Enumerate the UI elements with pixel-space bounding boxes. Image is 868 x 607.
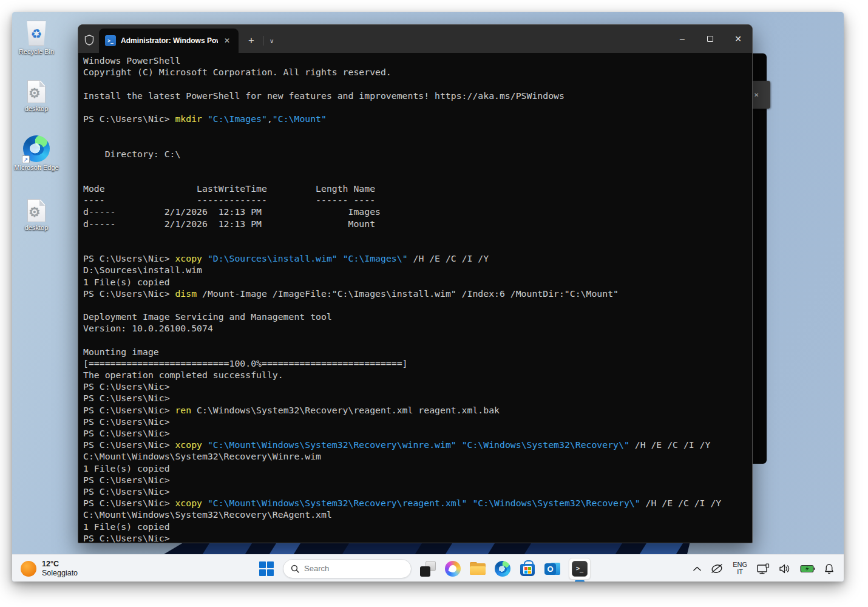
terminal-line: PS C:\Users\Nic> ren C:\Windows\System32… [83,405,752,416]
admin-shield-icon [84,35,94,46]
terminal-line: PS C:\Users\Nic> [83,475,752,486]
store-icon [520,564,535,576]
terminal-line: PS C:\Users\Nic> [83,381,752,393]
terminal-line [83,160,752,172]
powershell-icon: >_ [105,35,116,46]
minimize-button[interactable]: – [668,25,696,53]
terminal-line: Deployment Image Servicing and Managemen… [83,311,752,323]
desktop-icon-label: desktop [25,224,49,232]
terminal-line [83,137,752,148]
terminal-line: PS C:\Users\Nic> [83,428,752,439]
terminal-line: The operation completed successfully. [83,370,752,381]
terminal-taskbar-button[interactable]: >_ [569,558,591,580]
background-window-edge [753,53,767,464]
taskbar: 12°C Soleggiato [12,554,844,582]
desktop-icon-desktop-file-1[interactable]: ⚙ desktop [13,80,59,113]
terminal-line: PS C:\Users\Nic> [83,486,752,498]
pen-disabled-icon[interactable] [710,563,724,574]
terminal-line: PS C:\Users\Nic> xcopy "D:\Sources\insta… [83,253,752,265]
terminal-line: 1 File(s) copied [83,521,752,533]
maximize-button[interactable] [696,25,724,53]
terminal-output: Windows PowerShellCopyright (C) Microsof… [78,53,752,543]
terminal-line [83,102,752,114]
terminal-line [83,125,752,137]
terminal-window: >_ Administrator: Windows PowerShell ✕ +… [78,24,753,543]
start-button[interactable] [258,560,275,577]
terminal-line: [==========================100.0%=======… [83,358,752,370]
terminal-line: Mounting image [83,347,752,358]
windows-logo-icon [259,561,274,576]
desktop-icon-label: Microsoft Edge [14,164,58,172]
config-file-icon: ⚙ [27,80,46,103]
outlook-icon: O [544,561,560,577]
terminal-line [83,242,752,253]
microsoft-store-button[interactable] [519,560,536,577]
tab-title: Administrator: Windows PowerShell [121,36,218,45]
recycle-bin-icon: ♻ [26,21,47,46]
terminal-line: PS C:\Users\Nic> [83,393,752,404]
terminal-line: d----- 2/1/2026 12:13 PM Mount [83,219,752,230]
language-indicator[interactable]: ENG IT [733,561,747,575]
outlook-button[interactable]: O [544,560,561,577]
desktop-icon-desktop-file-2[interactable]: ⚙ desktop [13,199,59,232]
tab-dropdown-icon[interactable]: ∨ [270,38,274,44]
terminal-line: PS C:\Users\Nic> dism /Mount-Image /Imag… [83,288,752,300]
background-window-close-tab[interactable]: ✕ [753,81,770,109]
terminal-titlebar[interactable]: >_ Administrator: Windows PowerShell ✕ +… [78,25,752,53]
copilot-button[interactable] [444,560,461,577]
weather-condition: Soleggiato [42,569,78,578]
search-input[interactable] [304,564,395,573]
terminal-line: Install the latest PowerShell for new fe… [83,90,752,102]
terminal-tab[interactable]: >_ Administrator: Windows PowerShell ✕ [99,29,239,53]
terminal-line: PS C:\Users\Nic> mkdir "C:\Images","C:\M… [83,114,752,125]
close-button[interactable]: ✕ [724,25,752,53]
maximize-icon [707,36,713,42]
terminal-line: ---- ------------- ------ ---- [83,195,752,206]
network-ethernet-icon[interactable] [756,563,770,574]
terminal-line [83,230,752,242]
desktop: ♻ Recycle Bin ⚙ desktop ↗ Microsoft Edge… [12,12,844,582]
folder-icon [470,562,486,575]
terminal-line: C:\Mount\Windows\System32\Recovery\Winre… [83,451,752,463]
close-icon: ✕ [754,92,759,98]
tab-separator [263,36,263,46]
search-box[interactable] [283,559,412,578]
copilot-icon [445,561,461,577]
volume-icon[interactable] [779,564,791,574]
terminal-line: d----- 2/1/2026 12:13 PM Images [83,206,752,218]
terminal-line [83,172,752,183]
terminal-line: C:\Mount\Windows\System32\Recovery\ReAge… [83,509,752,521]
edge-icon [495,561,510,577]
search-icon [291,565,299,573]
battery-charging-icon[interactable] [800,565,815,573]
desktop-icon-recycle-bin[interactable]: ♻ Recycle Bin [13,21,59,56]
terminal-line: PS C:\Users\Nic> [83,416,752,428]
terminal-line [83,335,752,347]
terminal-line: PS C:\Users\Nic> xcopy "C:\Mount\Windows… [83,498,752,509]
terminal-line: PS C:\Users\Nic> [83,533,752,543]
tab-close-icon[interactable]: ✕ [223,36,231,45]
desktop-icon-microsoft-edge[interactable]: ↗ Microsoft Edge [13,135,59,172]
terminal-line: 1 File(s) copied [83,463,752,475]
terminal-line: D:\Sources\install.wim [83,265,752,276]
weather-temperature: 12°C [42,560,78,569]
task-view-button[interactable] [419,560,436,577]
edge-icon: ↗ [23,135,50,162]
terminal-line: Mode LastWriteTime Length Name [83,183,752,195]
weather-widget[interactable]: 12°C Soleggiato [21,555,78,582]
notification-bell-icon[interactable] [824,563,834,574]
desktop-icon-label: Recycle Bin [19,48,54,56]
tray-chevron-up-icon[interactable] [693,566,701,571]
config-file-icon: ⚙ [27,199,46,222]
terminal-line: PS C:\Users\Nic> xcopy "C:\Mount\Windows… [83,439,752,451]
shortcut-arrow-icon: ↗ [22,155,30,163]
active-app-indicator [575,580,585,582]
desktop-icon-label: desktop [25,105,49,113]
terminal-line: Version: 10.0.26100.5074 [83,323,752,334]
terminal-line: 1 File(s) copied [83,277,752,288]
new-tab-button[interactable]: + [248,35,254,46]
terminal-line [83,78,752,90]
edge-button[interactable] [494,560,511,577]
terminal-line [83,300,752,311]
file-explorer-button[interactable] [469,560,486,577]
